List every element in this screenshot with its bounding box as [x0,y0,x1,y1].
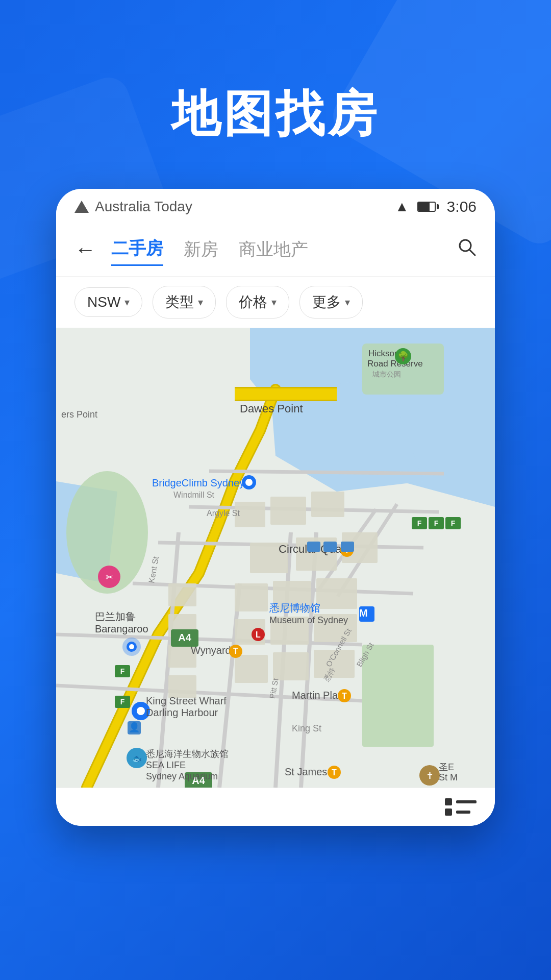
filter-bar: NSW ▾ 类型 ▾ 价格 ▾ 更多 ▾ [56,277,495,328]
svg-text:巴兰加鲁: 巴兰加鲁 [95,611,136,622]
search-button[interactable] [457,237,477,261]
svg-rect-23 [311,492,344,517]
svg-rect-62 [341,542,354,552]
svg-text:T: T [233,647,238,655]
svg-text:✂: ✂ [106,572,113,582]
svg-text:🌳: 🌳 [397,351,409,362]
svg-rect-34 [273,652,309,680]
svg-text:T: T [342,692,347,700]
svg-text:👤: 👤 [129,722,140,733]
page-title: 地图找房 [171,82,380,148]
list-icon-dot [445,808,452,816]
carrier-name: Australia Today [95,199,192,215]
svg-rect-33 [235,655,268,683]
list-icon-dot [445,798,452,805]
svg-rect-36 [168,583,196,606]
svg-text:L: L [256,630,261,639]
svg-text:Hickson: Hickson [368,349,399,358]
svg-text:Argyle St: Argyle St [207,509,240,518]
svg-text:King St: King St [292,723,321,733]
svg-text:✝: ✝ [426,771,434,781]
phone-frame: Australia Today ▲ 3:06 ← 二手房 新房 商业地产 [56,189,495,826]
svg-text:A4: A4 [178,632,191,643]
filter-more-label: 更多 [312,292,341,312]
svg-rect-22 [270,497,306,525]
tab-second-hand[interactable]: 二手房 [111,233,163,266]
wifi-icon: ▲ [395,199,409,215]
status-left: Australia Today [74,199,192,215]
filter-price-label: 价格 [239,292,267,312]
svg-text:城市公园: 城市公园 [372,370,401,378]
svg-text:Darling Harbour: Darling Harbour [146,707,218,718]
svg-point-73 [129,644,134,649]
chevron-down-icon: ▾ [198,296,203,308]
filter-type-label: 类型 [165,292,194,312]
svg-line-15 [209,471,444,474]
svg-text:St James: St James [285,766,327,777]
nav-bar: ← 二手房 新房 商业地产 [56,223,495,277]
svg-text:F: F [434,519,439,527]
svg-text:Windmill St: Windmill St [173,491,215,499]
svg-text:Museum of Sydney: Museum of Sydney [269,615,348,625]
time-display: 3:06 [447,198,477,215]
status-bar: Australia Today ▲ 3:06 [56,189,495,223]
svg-rect-18 [362,645,434,747]
svg-text:F: F [451,519,456,527]
chevron-down-icon: ▾ [124,296,130,308]
filter-nsw-label: NSW [87,294,120,310]
svg-text:悉尼博物馆: 悉尼博物馆 [269,602,320,614]
svg-rect-29 [316,578,357,609]
svg-text:Barangaroo: Barangaroo [95,623,148,634]
filter-price[interactable]: 价格 ▾ [226,286,289,318]
svg-text:Sydney Aquarium: Sydney Aquarium [146,771,218,781]
svg-text:🐟: 🐟 [132,754,142,764]
tab-new-home[interactable]: 新房 [184,234,218,265]
chevron-down-icon: ▾ [271,296,277,308]
list-icon-line [456,811,470,814]
svg-text:T: T [332,768,337,777]
svg-text:圣E: 圣E [439,762,454,772]
filter-more[interactable]: 更多 ▾ [299,286,363,318]
bottom-bar [56,788,495,826]
svg-rect-60 [307,542,320,552]
svg-text:F: F [417,519,422,527]
list-icon-line [456,800,477,803]
svg-text:M: M [359,607,368,619]
svg-text:BridgeClimb Sydney: BridgeClimb Sydney [152,477,244,488]
svg-text:Road Reserve: Road Reserve [367,359,423,369]
svg-text:King Street Wharf: King Street Wharf [146,695,227,706]
svg-point-49 [245,479,253,486]
svg-text:St M: St M [439,772,458,782]
svg-text:Wynyard: Wynyard [191,645,231,656]
filter-type[interactable]: 类型 ▾ [153,286,216,318]
svg-line-1 [469,250,475,255]
svg-rect-5 [235,388,337,400]
svg-text:ers Point: ers Point [61,409,97,420]
svg-text:F: F [120,667,125,675]
status-right: ▲ 3:06 [395,198,477,215]
back-button[interactable]: ← [74,237,111,262]
map-view[interactable]: A4 A4 Dawes Point ers Point BridgeClimb … [56,328,495,788]
svg-text:F: F [120,698,125,706]
battery-icon [417,202,439,212]
svg-rect-61 [323,542,337,552]
svg-text:SEA LIFE: SEA LIFE [146,760,186,770]
nav-tabs: 二手房 新房 商业地产 [111,233,457,266]
signal-icon [74,201,89,213]
tab-commercial[interactable]: 商业地产 [239,234,308,265]
filter-nsw[interactable]: NSW ▾ [74,287,142,317]
svg-text:Dawes Point: Dawes Point [240,402,303,415]
list-view-button[interactable] [445,798,477,816]
svg-text:悉尼海洋生物水族馆: 悉尼海洋生物水族馆 [145,749,229,759]
svg-rect-27 [235,583,268,611]
chevron-down-icon: ▾ [345,296,350,308]
svg-point-84 [137,707,145,715]
